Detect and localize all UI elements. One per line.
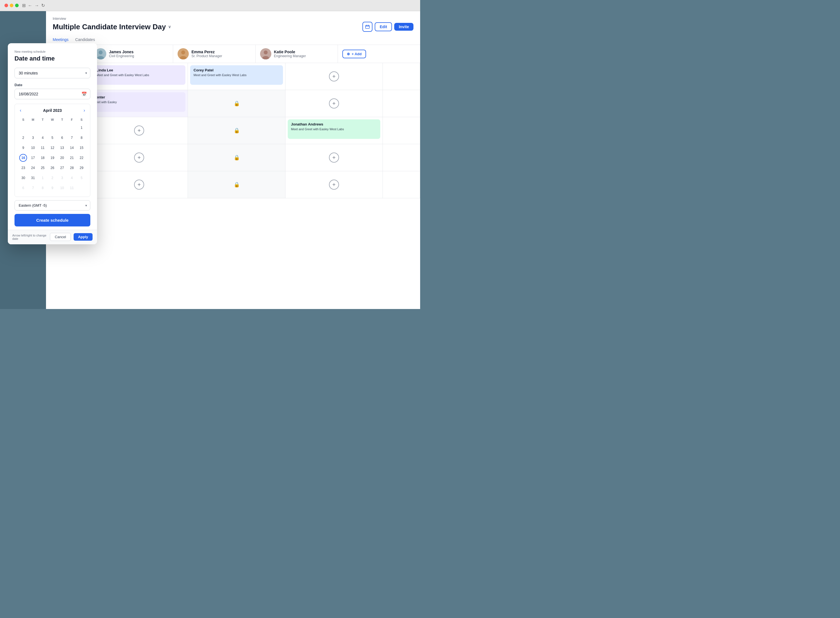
calendar-next-button[interactable]: › [82, 107, 87, 113]
plus-circle-icon: ⊕ [347, 52, 350, 56]
cal-day-24[interactable]: 24 [29, 164, 37, 172]
cal-day-18[interactable]: 18 [39, 154, 46, 162]
cal-day-nm-2[interactable]: 2 [49, 174, 56, 182]
lock-icon-1-1: 🔒 [234, 100, 240, 107]
traffic-light-red[interactable] [4, 4, 8, 7]
browser-navigation: ⊞ ← → ↻ [22, 3, 45, 8]
add-slot-button-0-2[interactable]: + [329, 71, 339, 82]
cal-day-22[interactable]: 22 [78, 154, 86, 162]
add-slot-button-4-2[interactable]: + [329, 180, 339, 190]
calendar-prev-button[interactable]: ‹ [18, 107, 23, 113]
cal-day-nm-5[interactable]: 5 [78, 174, 86, 182]
cal-day-nm-1[interactable]: 1 [39, 174, 46, 182]
title-chevron-icon[interactable]: ∨ [168, 25, 171, 29]
cal-day-30[interactable]: 30 [19, 174, 27, 182]
timezone-select[interactable]: Eastern (GMT -5) Central (GMT -6) Pacifi… [15, 200, 91, 211]
meeting-card-jonathan-andrews[interactable]: Jonathan Andrews Meet and Greet with Eas… [288, 119, 380, 139]
schedule-area: ‹ Tuesday August 15 › James Jones Civil … [46, 45, 420, 309]
edit-button[interactable]: Edit [375, 22, 392, 31]
cal-day-26[interactable]: 26 [49, 164, 56, 172]
date-form-group: Date 📅 [15, 83, 91, 99]
cal-day-9[interactable]: 9 [19, 144, 27, 152]
cal-day-12[interactable]: 12 [49, 144, 56, 152]
svg-point-11 [264, 51, 268, 54]
cancel-button[interactable]: Cancel [50, 233, 71, 241]
cal-week-6: 30 31 1 2 3 4 5 [19, 173, 86, 183]
meeting-card-linda-lee[interactable]: Linda Lee Meet and Greet with Easley Wes… [93, 65, 186, 85]
slot-1-1: 🔒 [188, 90, 285, 117]
cal-header-sat: S [77, 117, 86, 122]
cal-day-31[interactable]: 31 [29, 174, 37, 182]
interviewer-info-2: Katie Poole Engineering Manager [274, 50, 306, 58]
create-schedule-button[interactable]: Create schedule [15, 214, 91, 226]
traffic-light-green[interactable] [15, 4, 19, 7]
meeting-card-corey-patel[interactable]: Corey Patel Meet and Greet with Easley W… [190, 65, 283, 85]
slot-3-2: + [285, 144, 383, 171]
lock-icon-2-1: 🔒 [234, 128, 240, 134]
cal-day-28[interactable]: 28 [68, 164, 76, 172]
cal-day-21[interactable]: 21 [68, 154, 76, 162]
forward-icon[interactable]: → [34, 3, 39, 8]
modal-inner: New meeting schedule Date and time 15 mi… [8, 43, 97, 211]
cal-day-nm-8[interactable]: 8 [39, 184, 46, 192]
date-input[interactable] [15, 89, 91, 99]
meeting-card-partial[interactable]: enter eet with Easley [93, 92, 186, 112]
cal-day-nm-4[interactable]: 4 [68, 174, 76, 182]
apply-button[interactable]: Apply [74, 233, 92, 241]
add-slot-button-3-2[interactable]: + [329, 153, 339, 163]
cal-day-6[interactable]: 6 [58, 134, 66, 142]
cal-day-5[interactable]: 5 [49, 134, 56, 142]
reload-icon[interactable]: ↻ [41, 3, 45, 8]
cal-day-nm-9[interactable]: 9 [49, 184, 56, 192]
cal-day-11[interactable]: 11 [39, 144, 46, 152]
add-slot-button-3-0[interactable]: + [134, 153, 144, 163]
cal-day-19[interactable]: 19 [49, 154, 56, 162]
cal-day-27[interactable]: 27 [58, 164, 66, 172]
calendar-icon-button[interactable] [362, 22, 373, 32]
invite-button[interactable]: Invite [394, 23, 413, 31]
cal-day-8[interactable]: 8 [78, 134, 86, 142]
cal-day-16[interactable]: 16 [19, 154, 27, 162]
slot-4-2: + [285, 171, 383, 198]
cal-day-1[interactable]: 1 [78, 124, 86, 132]
cal-day-nm-7[interactable]: 7 [29, 184, 37, 192]
breadcrumb: Interview [53, 17, 413, 21]
slot-0-0: Linda Lee Meet and Greet with Easley Wes… [91, 63, 188, 90]
cal-day-14[interactable]: 14 [68, 144, 76, 152]
slot-2-1: 🔒 [188, 117, 285, 144]
cal-day-10[interactable]: 10 [29, 144, 37, 152]
add-slot-button-4-0[interactable]: + [134, 180, 144, 190]
slot-2-0: + [91, 117, 188, 144]
cal-day-4[interactable]: 4 [39, 134, 46, 142]
cal-header-fri: F [67, 117, 76, 122]
slot-3-0: + [91, 144, 188, 171]
date-nav-row: ‹ Tuesday August 15 › James Jones Civil … [46, 45, 420, 63]
grid-view-icon[interactable]: ⊞ [22, 3, 26, 8]
cal-day-nm-11[interactable]: 11 [68, 184, 76, 192]
back-icon[interactable]: ← [28, 3, 32, 8]
cal-day-nm-3[interactable]: 3 [58, 174, 66, 182]
modal-footer: Arrow left/right to change date Cancel A… [8, 230, 97, 244]
traffic-light-yellow[interactable] [10, 4, 13, 7]
time-row: Eastern (GMT -5) Central (GMT -6) Pacifi… [15, 200, 91, 211]
cal-day-13[interactable]: 13 [58, 144, 66, 152]
cal-day-nm-10[interactable]: 10 [58, 184, 66, 192]
empty-col-3 [383, 144, 420, 171]
footer-hint: Arrow left/right to change date [12, 234, 47, 241]
cal-day-25[interactable]: 25 [39, 164, 46, 172]
add-slot-button-2-0[interactable]: + [134, 125, 144, 135]
cal-day-7[interactable]: 7 [68, 134, 76, 142]
cal-day-15[interactable]: 15 [78, 144, 86, 152]
add-interviewer-button[interactable]: ⊕ + Add [342, 50, 366, 58]
add-slot-button-1-2[interactable]: + [329, 98, 339, 108]
slot-3-1: 🔒 [188, 144, 285, 171]
cal-day-20[interactable]: 20 [58, 154, 66, 162]
cal-day-23[interactable]: 23 [19, 164, 27, 172]
cal-week-4: 16 17 18 19 20 21 22 [19, 153, 86, 163]
cal-day-nm-6[interactable]: 6 [19, 184, 27, 192]
cal-day-29[interactable]: 29 [78, 164, 86, 172]
cal-day-17[interactable]: 17 [29, 154, 37, 162]
duration-select[interactable]: 15 minutes 30 minutes 45 minutes 60 minu… [15, 68, 91, 78]
cal-day-2[interactable]: 2 [19, 134, 27, 142]
cal-day-3[interactable]: 3 [29, 134, 37, 142]
